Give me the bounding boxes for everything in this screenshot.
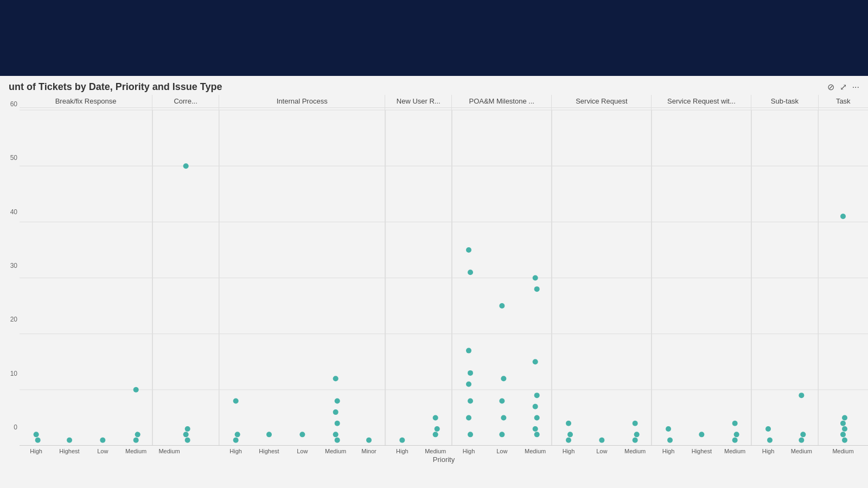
more-icon[interactable]: ··· [852, 82, 859, 92]
x-axis-title: Priority [20, 455, 868, 464]
x-label-ip-low: Low [286, 448, 319, 454]
column-header-subtask: Sub-task [751, 95, 818, 108]
x-label-bf-medium: Medium [119, 448, 152, 454]
y-label-60: 60 [10, 100, 17, 108]
x-label-poam-medium: Medium [519, 448, 552, 454]
x-label-srw-medium: Medium [718, 448, 751, 454]
y-label-20: 20 [10, 316, 17, 323]
x-label-st-medium: Medium [785, 448, 818, 454]
y-label-10: 10 [10, 370, 17, 377]
column-header-srw: Service Request wit... [652, 95, 751, 108]
column-header-sr: Service Request [552, 95, 651, 108]
column-header-task: Task [819, 95, 869, 108]
column-header-break-fix: Break/fix Response [20, 95, 152, 108]
y-label-30: 30 [10, 262, 17, 269]
y-label-40: 40 [10, 208, 17, 216]
x-label-bf-low: Low [86, 448, 119, 454]
top-bar [0, 0, 868, 76]
x-label-ip-highest: Highest [252, 448, 285, 454]
x-group-internal: High Highest Low Medium Minor [219, 448, 386, 454]
column-subtask: Sub-task [751, 95, 818, 445]
filter-icon[interactable]: ⊘ [827, 82, 834, 92]
x-label-sr-low: Low [585, 448, 618, 454]
column-header-poam: POA&M Milestone ... [452, 95, 551, 108]
chart-body: 60 50 40 30 20 10 0 Break/fix Response C… [0, 95, 868, 464]
x-label-bf-highest: Highest [53, 448, 86, 454]
chart-toolbar: ⊘ ⤢ ··· [827, 82, 859, 92]
chart-header: unt of Tickets by Date, Priority and Iss… [0, 76, 868, 95]
x-label-ip-minor: Minor [352, 448, 385, 454]
x-label-poam-high: High [452, 448, 485, 454]
column-poam: POA&M Milestone ... [452, 95, 552, 445]
column-new-user: New User R... [385, 95, 452, 445]
x-group-poam: High Low Medium [452, 448, 552, 454]
column-internal: Internal Process [219, 95, 385, 445]
x-label-ip-medium: Medium [319, 448, 352, 454]
x-label-nu-high: High [386, 448, 419, 454]
x-label-corre-medium: Medium [152, 448, 186, 454]
y-label-50: 50 [10, 154, 17, 162]
x-group-sr: High Low Medium [552, 448, 652, 454]
column-header-new-user: New User R... [385, 95, 451, 108]
x-group-srw: High Highest Medium [652, 448, 751, 454]
chart-container: unt of Tickets by Date, Priority and Iss… [0, 76, 868, 488]
x-group-break-fix: High Highest Low Medium [20, 448, 152, 454]
x-label-task-medium: Medium [818, 448, 868, 454]
columns-area: Break/fix Response Corre... Internal Pro… [20, 95, 868, 446]
x-group-newuser: High Medium [386, 448, 452, 454]
x-label-poam-low: Low [486, 448, 519, 454]
x-label-srw-high: High [652, 448, 685, 454]
x-label-sr-high: High [552, 448, 585, 454]
x-label-corre-spacer [186, 448, 219, 454]
x-label-srw-highest: Highest [685, 448, 718, 454]
columns-wrapper: Break/fix Response Corre... Internal Pro… [20, 95, 868, 464]
y-label-0: 0 [14, 423, 17, 431]
y-axis: 60 50 40 30 20 10 0 [0, 95, 20, 464]
x-axis-labels: High Highest Low Medium Medium High High… [20, 448, 868, 454]
column-break-fix: Break/fix Response [20, 95, 152, 445]
column-header-internal: Internal Process [219, 95, 385, 108]
column-sr: Service Request [552, 95, 652, 445]
x-label-ip-high: High [219, 448, 252, 454]
x-group-corre: Medium [152, 448, 219, 454]
column-task: Task [819, 95, 869, 445]
x-label-sr-medium: Medium [618, 448, 652, 454]
x-label-nu-medium: Medium [419, 448, 452, 454]
column-header-corre: Corre... [152, 95, 219, 108]
x-label-st-high: High [751, 448, 784, 454]
column-srw: Service Request wit... [652, 95, 751, 445]
column-corre: Corre... [152, 95, 219, 445]
x-group-subtask: High Medium [751, 448, 818, 454]
x-label-bf-high: High [20, 448, 53, 454]
chart-title: unt of Tickets by Date, Priority and Iss… [9, 81, 222, 93]
x-group-task: Medium [818, 448, 868, 454]
expand-icon[interactable]: ⤢ [840, 82, 847, 92]
